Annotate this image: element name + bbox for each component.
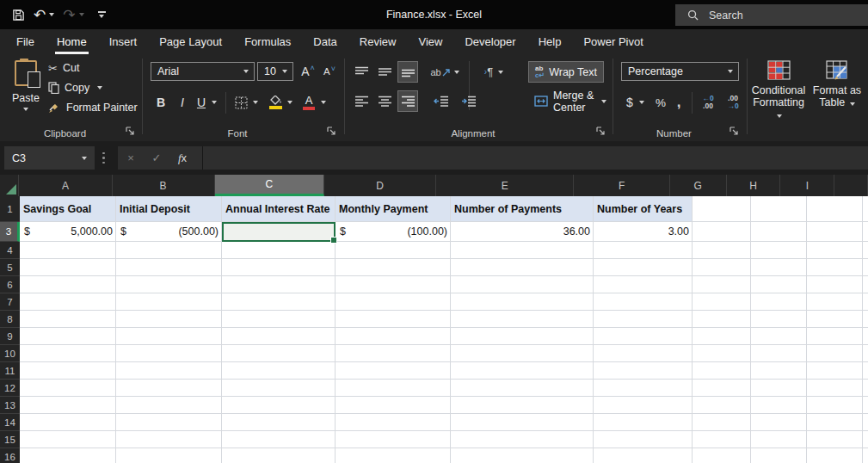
- cell-I5[interactable]: [807, 259, 863, 276]
- cell-H13[interactable]: [751, 397, 807, 414]
- number-dialog-launcher[interactable]: [729, 127, 740, 137]
- cell-H7[interactable]: [751, 293, 807, 311]
- cell-C7[interactable]: [222, 293, 336, 311]
- cell-A9[interactable]: [20, 328, 116, 345]
- cell-F4[interactable]: [594, 242, 693, 259]
- cell-partial4[interactable]: [863, 242, 868, 259]
- cell-A12[interactable]: [20, 380, 116, 397]
- customize-qat-button[interactable]: [98, 11, 106, 18]
- cell-partial9[interactable]: [863, 328, 868, 345]
- cell-partial7[interactable]: [863, 293, 868, 311]
- cell-I3[interactable]: [807, 222, 863, 242]
- cell-F14[interactable]: [594, 414, 693, 431]
- tab-developer[interactable]: Developer: [453, 29, 526, 54]
- cell-B13[interactable]: [116, 397, 222, 414]
- cell-A15[interactable]: [20, 431, 116, 448]
- cell-A6[interactable]: [20, 276, 116, 293]
- copy-button[interactable]: Copy: [48, 79, 102, 96]
- cell-A13[interactable]: [20, 397, 116, 414]
- paste-dropdown-icon[interactable]: [23, 108, 28, 111]
- cell-E10[interactable]: [451, 345, 594, 362]
- cell-A1[interactable]: Savings Goal: [20, 196, 116, 222]
- cell-partial8[interactable]: [863, 311, 868, 328]
- cell-I10[interactable]: [807, 345, 863, 362]
- text-direction-button[interactable]: › ¶: [477, 61, 511, 83]
- enter-button[interactable]: ✓: [144, 151, 169, 164]
- cell-partial3[interactable]: [863, 222, 868, 242]
- cell-E1[interactable]: Number of Payments: [451, 196, 594, 222]
- paste-button[interactable]: Paste: [7, 59, 45, 111]
- tab-insert[interactable]: Insert: [98, 29, 149, 54]
- cell-partial10[interactable]: [863, 345, 868, 362]
- cell-B16[interactable]: [116, 448, 222, 463]
- cell-E16[interactable]: [451, 448, 594, 463]
- cell-B14[interactable]: [116, 414, 222, 431]
- cell-D9[interactable]: [336, 328, 451, 345]
- cell-D7[interactable]: [336, 293, 451, 311]
- italic-button[interactable]: I: [175, 92, 190, 113]
- cell-partial1[interactable]: [863, 196, 868, 222]
- cell-D10[interactable]: [336, 345, 451, 362]
- name-box[interactable]: C3: [4, 146, 95, 170]
- cell-A3[interactable]: $5,000.00: [20, 222, 116, 242]
- undo-dropdown-icon[interactable]: [49, 13, 54, 16]
- decrease-indent-button[interactable]: [430, 90, 452, 112]
- cell-D14[interactable]: [336, 414, 451, 431]
- tab-home[interactable]: Home: [46, 29, 98, 54]
- cell-partial11[interactable]: [863, 362, 868, 380]
- conditional-formatting-button[interactable]: Conditional Formatting: [750, 60, 807, 120]
- tab-help[interactable]: Help: [527, 29, 573, 54]
- number-format-combo[interactable]: Percentage: [621, 62, 739, 81]
- cell-G10[interactable]: [693, 345, 751, 362]
- cell-B9[interactable]: [116, 328, 222, 345]
- column-header-G[interactable]: G: [670, 175, 727, 196]
- row-header-12[interactable]: 12: [0, 380, 20, 397]
- cell-F10[interactable]: [594, 345, 693, 362]
- align-right-button[interactable]: [397, 90, 418, 112]
- fill-color-button[interactable]: [266, 92, 285, 113]
- name-box-dropdown-icon[interactable]: [82, 157, 87, 160]
- cell-C1[interactable]: Annual Interest Rate: [222, 196, 336, 222]
- cell-I1[interactable]: [807, 196, 863, 222]
- cell-I13[interactable]: [807, 397, 863, 414]
- cell-H12[interactable]: [751, 380, 807, 397]
- row-header-10[interactable]: 10: [0, 345, 20, 362]
- column-header-I[interactable]: I: [780, 175, 834, 196]
- cell-D13[interactable]: [336, 397, 451, 414]
- cell-C12[interactable]: [222, 380, 336, 397]
- cell-B4[interactable]: [116, 242, 222, 259]
- cell-C10[interactable]: [222, 345, 336, 362]
- cell-A16[interactable]: [20, 448, 116, 463]
- cell-D1[interactable]: Monthly Payment: [336, 196, 451, 222]
- cell-D12[interactable]: [336, 380, 451, 397]
- row-header-14[interactable]: 14: [0, 414, 20, 431]
- align-middle-button[interactable]: [374, 61, 395, 83]
- grow-font-button[interactable]: A˄: [299, 62, 317, 81]
- cell-G9[interactable]: [693, 328, 751, 345]
- align-left-button[interactable]: [351, 90, 372, 112]
- align-top-button[interactable]: [351, 61, 372, 83]
- tab-file[interactable]: File: [5, 29, 46, 54]
- percent-style-button[interactable]: %: [652, 92, 669, 113]
- cell-A11[interactable]: [20, 362, 116, 380]
- cell-B8[interactable]: [116, 311, 222, 328]
- underline-dropdown-icon[interactable]: [209, 92, 219, 113]
- row-header-11[interactable]: 11: [0, 362, 20, 380]
- column-header-D[interactable]: D: [324, 175, 436, 196]
- cell-G15[interactable]: [693, 431, 751, 448]
- cell-D15[interactable]: [336, 431, 451, 448]
- cell-H9[interactable]: [751, 328, 807, 345]
- cell-F12[interactable]: [594, 380, 693, 397]
- cell-H4[interactable]: [751, 242, 807, 259]
- cell-C16[interactable]: [222, 448, 336, 463]
- cell-G8[interactable]: [693, 311, 751, 328]
- merge-center-dropdown-icon[interactable]: [601, 100, 606, 103]
- cell-partial13[interactable]: [863, 397, 868, 414]
- cell-H1[interactable]: [751, 196, 807, 222]
- cell-H5[interactable]: [751, 259, 807, 276]
- cancel-button[interactable]: ×: [118, 151, 144, 164]
- cell-I8[interactable]: [807, 311, 863, 328]
- cell-F3[interactable]: 3.00: [594, 222, 693, 242]
- cell-B1[interactable]: Initial Deposit: [116, 196, 222, 222]
- cell-A8[interactable]: [20, 311, 116, 328]
